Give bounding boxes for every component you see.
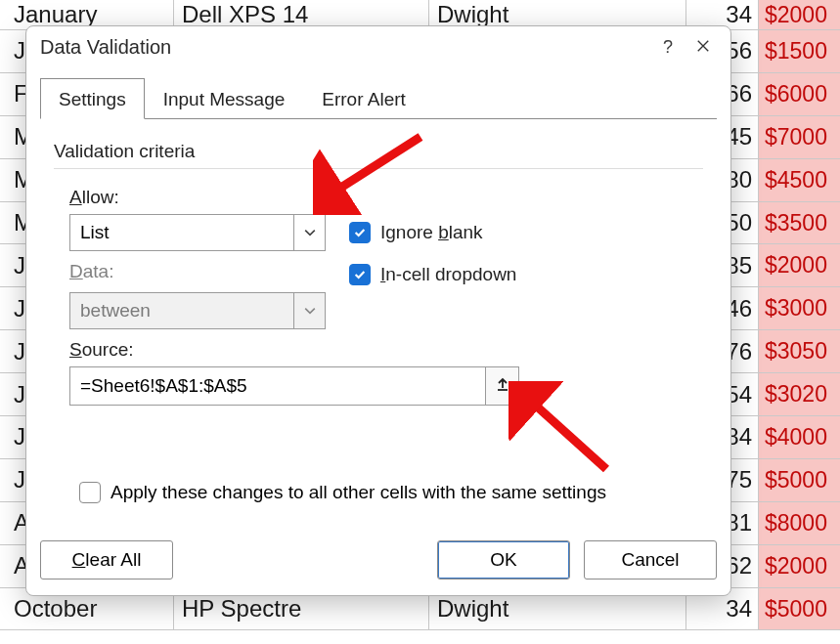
dialog-content: Validation criteria Allow: List Ignore b…	[26, 119, 730, 540]
source-row	[69, 366, 519, 406]
clear-all-button[interactable]: Clear All	[40, 540, 173, 580]
apply-all-label: Apply these changes to all other cells w…	[111, 482, 606, 503]
cell-amount[interactable]: $1500	[759, 30, 840, 72]
incell-dropdown-checkbox[interactable]: In-cell dropdown	[349, 264, 516, 285]
cell-amount[interactable]: $3000	[759, 287, 840, 329]
chevron-down-icon	[293, 293, 325, 328]
ignore-blank-label: Ignore blank	[380, 222, 483, 243]
tab-settings[interactable]: Settings	[40, 78, 145, 119]
incell-label: In-cell dropdown	[380, 264, 516, 285]
close-icon	[696, 37, 710, 58]
cell-amount[interactable]: $3050	[759, 330, 840, 372]
chevron-down-icon	[293, 215, 325, 250]
ignore-blank-checkbox[interactable]: Ignore blank	[349, 222, 483, 243]
checkbox-icon	[349, 222, 371, 243]
cancel-button[interactable]: Cancel	[584, 540, 717, 580]
cell-amount[interactable]: $3500	[759, 202, 840, 244]
collapse-dialog-icon	[495, 376, 510, 396]
help-button[interactable]: ?	[650, 31, 685, 63]
allow-value: List	[70, 222, 293, 243]
tab-error-alert[interactable]: Error Alert	[303, 78, 424, 119]
cell-amount[interactable]: $7000	[759, 116, 840, 158]
cell-amount[interactable]: $2000	[759, 0, 840, 29]
cell-amount[interactable]: $2000	[759, 244, 840, 286]
checkbox-icon	[79, 482, 101, 503]
allow-combo[interactable]: List	[69, 214, 326, 251]
source-label: Source:	[69, 339, 703, 361]
cell-amount[interactable]: $8000	[759, 502, 840, 544]
cell-amount[interactable]: $4000	[759, 416, 840, 458]
ok-button[interactable]: OK	[437, 540, 570, 580]
cell-amount[interactable]: $6000	[759, 73, 840, 115]
cell-amount[interactable]: $5000	[759, 459, 840, 501]
dialog-footer: Clear All OK Cancel	[26, 540, 730, 595]
cell-amount[interactable]: $2000	[759, 545, 840, 587]
data-validation-dialog: Data Validation ? Settings Input Message…	[25, 25, 731, 596]
criteria-header: Validation criteria	[54, 141, 703, 169]
data-combo: between	[69, 292, 326, 329]
tab-input-message[interactable]: Input Message	[145, 78, 304, 119]
dialog-titlebar: Data Validation ?	[26, 26, 730, 67]
range-selector-button[interactable]	[486, 366, 519, 406]
checkbox-icon	[349, 264, 371, 285]
data-label: Data:	[69, 261, 326, 282]
source-input[interactable]	[69, 366, 486, 406]
apply-all-checkbox[interactable]: Apply these changes to all other cells w…	[79, 482, 606, 503]
close-button[interactable]	[685, 31, 721, 63]
cell-amount[interactable]: $5000	[759, 588, 840, 630]
data-value: between	[70, 300, 293, 322]
dialog-title: Data Validation	[40, 36, 171, 59]
dialog-tabs: Settings Input Message Error Alert	[26, 67, 730, 118]
cell-amount[interactable]: $4500	[759, 159, 840, 201]
cell-amount[interactable]: $3020	[759, 373, 840, 415]
allow-label: Allow:	[69, 187, 703, 208]
